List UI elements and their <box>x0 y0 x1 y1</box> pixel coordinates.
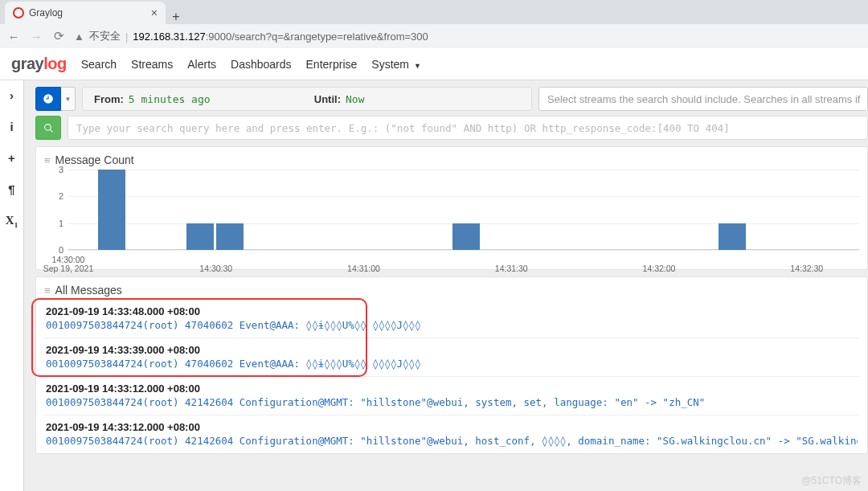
top-nav: graylog Search Streams Alerts Dashboards… <box>0 48 868 80</box>
message-body: 0010097503844724(root) 42142604 Configur… <box>46 435 858 447</box>
nav-enterprise[interactable]: Enterprise <box>306 58 358 71</box>
message-timestamp: 2021-09-19 14:33:39.000 +08:00 <box>46 342 858 358</box>
tab-bar: Graylog × + <box>0 0 868 24</box>
nav-alerts[interactable]: Alerts <box>187 58 216 71</box>
panel-handle-icon[interactable]: ≡ <box>44 284 51 297</box>
nav-system[interactable]: System ▼ <box>371 58 421 71</box>
search-icon <box>43 123 54 133</box>
chevron-down-icon: ▼ <box>414 62 421 70</box>
chevron-right-icon[interactable]: › <box>10 88 14 102</box>
message-row[interactable]: 2021-09-19 14:33:12.000 +08:000010097503… <box>44 376 859 415</box>
message-timestamp: 2021-09-19 14:33:48.000 +08:00 <box>46 303 858 319</box>
message-body: 0010097503844724(root) 47040602 Event@AA… <box>46 319 858 331</box>
reload-button[interactable]: ⟳ <box>51 29 66 43</box>
chevron-down-icon[interactable]: ▼ <box>61 87 76 111</box>
plus-icon[interactable]: + <box>8 151 15 165</box>
info-icon[interactable]: i <box>10 120 13 133</box>
close-icon[interactable]: × <box>151 6 158 19</box>
panel-all-messages: ≡ All Messages 2021-09-19 14:33:48.000 +… <box>35 276 868 454</box>
nav-streams[interactable]: Streams <box>131 58 173 71</box>
query-input[interactable]: Type your search query here and press en… <box>68 116 868 140</box>
chart-bar <box>719 223 746 250</box>
main-content: ▼ From: 5 minutes ago Until: Now Select … <box>24 80 868 491</box>
clock-icon <box>35 87 61 111</box>
nav-dashboards[interactable]: Dashboards <box>231 58 292 71</box>
url-path: :9000/search?q=&rangetype=relative&from=… <box>206 31 428 43</box>
nav-search[interactable]: Search <box>81 58 117 71</box>
panel-title: Message Count <box>55 153 134 166</box>
panel-message-count: ≡ Message Count 012314:30:00Sep 19, 2021… <box>35 146 868 270</box>
browser-tab[interactable]: Graylog × <box>5 2 166 24</box>
message-timestamp: 2021-09-19 14:33:12.000 +08:00 <box>46 380 858 396</box>
watermark: @51CTO博客 <box>801 474 862 488</box>
chart-bar <box>452 223 480 250</box>
message-count-chart: 012314:30:00Sep 19, 202114:30:3014:31:00… <box>44 170 859 266</box>
left-rail: › i + ¶ X1 <box>0 80 24 491</box>
timerange-display[interactable]: From: 5 minutes ago Until: Now <box>82 87 532 111</box>
tab-favicon <box>13 7 24 18</box>
chart-bar <box>186 223 214 250</box>
brand-logo[interactable]: graylog <box>11 55 67 73</box>
chart-bar <box>216 223 244 250</box>
tab-title: Graylog <box>29 7 146 18</box>
security-label: 不安全 <box>89 29 121 43</box>
streams-select[interactable]: Select streams the search should include… <box>538 87 868 111</box>
insecure-icon: ▲ <box>74 31 84 43</box>
address-input[interactable]: ▲ 不安全 | 192.168.31.127:9000/search?q=&ra… <box>74 29 862 43</box>
message-row[interactable]: 2021-09-19 14:33:39.000 +08:000010097503… <box>44 338 859 376</box>
search-button[interactable] <box>35 116 61 140</box>
pilcrow-icon[interactable]: ¶ <box>8 182 14 196</box>
url-host: 192.168.31.127 <box>133 31 205 43</box>
browser-chrome: Graylog × + ← → ⟳ ▲ 不安全 | 192.168.31.127… <box>0 0 868 48</box>
new-tab-button[interactable]: + <box>166 10 186 24</box>
subscript-icon[interactable]: X1 <box>6 214 18 229</box>
message-body: 0010097503844724(root) 42142604 Configur… <box>46 396 858 408</box>
message-body: 0010097503844724(root) 47040602 Event@AA… <box>46 358 858 370</box>
forward-button[interactable]: → <box>29 30 43 43</box>
chart-bar <box>98 170 125 250</box>
message-timestamp: 2021-09-19 14:33:12.000 +08:00 <box>46 419 858 435</box>
back-button[interactable]: ← <box>6 30 21 43</box>
address-bar: ← → ⟳ ▲ 不安全 | 192.168.31.127:9000/search… <box>0 24 868 48</box>
panel-title: All Messages <box>55 284 122 297</box>
timerange-type-button[interactable]: ▼ <box>35 87 76 111</box>
message-row[interactable]: 2021-09-19 14:33:12.000 +08:000010097503… <box>44 415 859 453</box>
message-row[interactable]: 2021-09-19 14:33:48.000 +08:000010097503… <box>44 300 859 338</box>
